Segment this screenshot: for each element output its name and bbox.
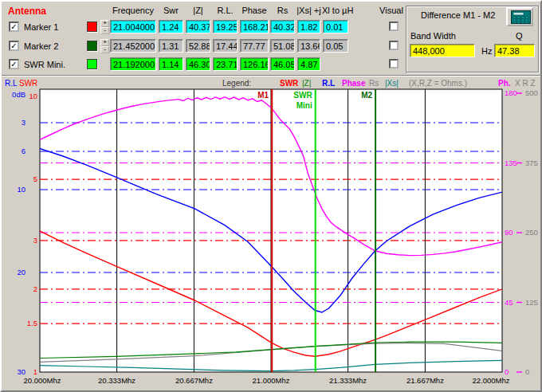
chart-svg: M1SWRMiniM20dB36102030105321.51180135904… — [2, 2, 542, 392]
rl-axis-tick: 30 — [17, 367, 26, 376]
phase-axis-tick: 135 — [505, 159, 517, 167]
M2-marker-label: M2 — [361, 91, 372, 100]
antenna-analyzer-window: Antenna Frequency Swr |Z| R.L. Phase Rs … — [0, 0, 542, 392]
swr-axis-tick: 1.5 — [27, 319, 37, 327]
rl-axis-tick: 6 — [22, 147, 26, 155]
x-axis-tick-label: 22.000Mhz — [472, 376, 509, 385]
ohms-axis-tick: 375 — [525, 159, 538, 167]
M1-marker-label: M1 — [257, 91, 269, 100]
phase-axis-tick: 0 — [505, 367, 509, 376]
SWR Mini-marker-label: Mini — [297, 101, 312, 110]
x-axis-tick-label: 20.000Mhz — [23, 376, 61, 385]
phase-axis-tick: 45 — [505, 298, 513, 307]
ohms-axis-tick: 250 — [525, 228, 538, 237]
swr-axis-tick: 1 — [33, 367, 37, 376]
phase-axis-tick: 90 — [505, 228, 513, 237]
x-axis-tick-label: 20.333Mhz — [98, 376, 136, 385]
swr-axis-tick: 10 — [29, 92, 37, 100]
rl-axis-tick: 0dB — [12, 90, 26, 99]
x-axis-tick-label: 21.667Mhz — [406, 376, 444, 385]
x-axis-tick-label: 20.667Mhz — [175, 376, 213, 385]
ohms-axis-tick: 125 — [525, 298, 538, 307]
swr-axis-tick: 5 — [33, 174, 37, 183]
rl-axis-tick: 20 — [17, 268, 26, 276]
rl-axis-tick: 3 — [22, 118, 26, 127]
swr-axis-tick: 3 — [33, 236, 37, 245]
ohms-axis-tick: 500 — [525, 88, 538, 97]
rl-axis-tick: 10 — [17, 185, 26, 194]
ohms-axis-tick: 0 — [525, 367, 529, 376]
swr-axis-tick: 2 — [33, 284, 37, 293]
x-axis-tick-label: 21.000Mhz — [252, 376, 289, 385]
SWR Mini-marker-label: SWR — [293, 91, 312, 100]
phase-axis-tick: 180 — [505, 88, 517, 97]
x-axis-tick-label: 21.333Mhz — [329, 376, 367, 385]
